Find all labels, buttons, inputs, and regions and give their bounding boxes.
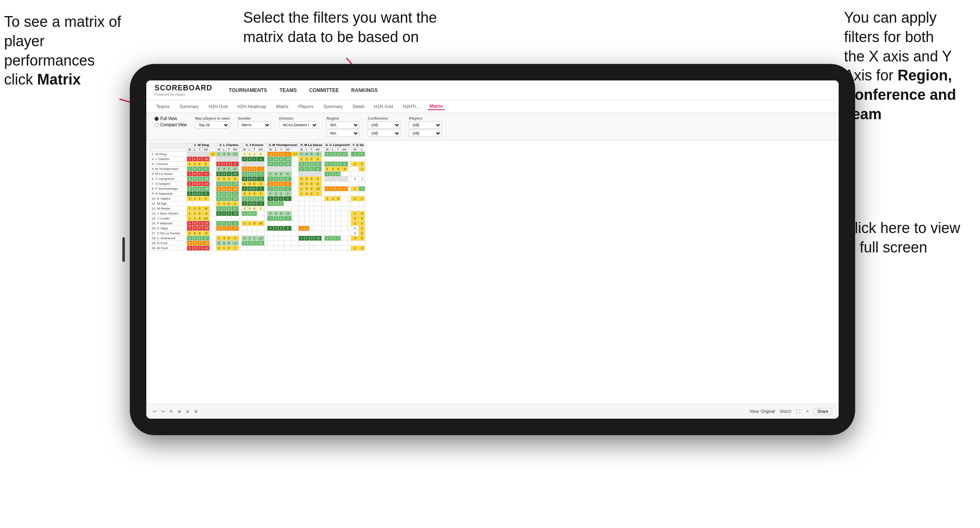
cell: 0 (335, 162, 340, 167)
max-players-label: Max players in view (195, 116, 230, 120)
cell (331, 211, 335, 216)
nav-teams[interactable]: TEAMS (279, 87, 297, 93)
cell (348, 182, 351, 186)
nav-tournaments[interactable]: TOURNAMENTS (229, 87, 267, 93)
cell (239, 236, 242, 241)
cell (239, 201, 242, 206)
cell (335, 231, 340, 236)
full-view-radio[interactable] (155, 117, 159, 121)
row-label-5: 5. M La Sasso (150, 172, 187, 177)
cell: 0 (351, 177, 359, 182)
cell (274, 246, 279, 251)
compact-view-option[interactable]: Compact View (155, 123, 187, 127)
max-players-select[interactable]: Top 25 (195, 121, 230, 129)
gender-label: Gender (238, 116, 271, 120)
cell (331, 231, 335, 236)
sh-4-dif: Dif (284, 148, 292, 152)
cell: 1 (274, 191, 279, 196)
cell (267, 206, 274, 211)
subnav-matrix-1[interactable]: Matrix (274, 103, 290, 110)
cell (359, 172, 365, 177)
cell (239, 226, 242, 231)
refresh-icon[interactable]: ⟳ (169, 409, 173, 414)
cell (210, 226, 216, 231)
subnav-teams[interactable]: Teams (155, 103, 171, 110)
cell (351, 157, 359, 162)
cell: 1 (314, 191, 322, 196)
conference-select-1[interactable]: (All) (368, 121, 401, 129)
cell: 0 (274, 186, 279, 191)
region-select-2[interactable]: N/A (326, 130, 359, 137)
gender-select[interactable]: Men's (238, 121, 271, 129)
cell (348, 206, 351, 211)
region-select-1[interactable]: N/A (326, 121, 359, 129)
compact-view-radio[interactable] (155, 123, 159, 127)
cell (305, 241, 309, 246)
row-label-14: 14. J Lundin (150, 216, 187, 221)
full-view-option[interactable]: Full View (155, 116, 187, 121)
redo-icon[interactable]: ↪ (161, 409, 164, 414)
matrix-area[interactable]: 1. W Ding 2. L Clanton 3. J Koivun 4. M … (146, 141, 839, 389)
cell (335, 201, 340, 206)
cell: 1 (309, 167, 314, 172)
cell (324, 191, 331, 196)
table-row: 11. M Ege 0 1 0 1 1 0 0 4 (150, 201, 365, 206)
sh-4-w: W (267, 148, 274, 152)
sh-3-dif: Dif (257, 148, 265, 152)
cell: -16 (202, 177, 210, 182)
subnav-h2h-grid[interactable]: H2H Grid (207, 103, 229, 110)
zoom-in-icon[interactable]: ⊕ (178, 409, 181, 414)
sh-5-t: T (309, 148, 314, 152)
cell: 1 (222, 191, 226, 196)
row-label-13: 13. J Skov Olesen (150, 211, 187, 216)
cell (314, 221, 322, 226)
cell (321, 157, 324, 162)
cell (335, 191, 340, 196)
cell: 0 (335, 196, 340, 201)
cell: 3 (242, 177, 248, 182)
watch-button[interactable]: Watch (780, 409, 791, 414)
cell: 4 (222, 172, 226, 177)
cell (242, 226, 248, 231)
cell (348, 196, 351, 201)
subnav-h2h-heatmap[interactable]: H2H Heatmap (236, 103, 268, 110)
zoom-out-icon[interactable]: ⊖ (186, 409, 189, 414)
filter-region: Region N/A N/A (326, 116, 359, 137)
conference-select-2[interactable]: (All) (368, 130, 401, 137)
subnav-summary-2[interactable]: Summary (322, 103, 345, 110)
cell (247, 226, 252, 231)
col-header-5: 5. M La Sasso (299, 143, 324, 148)
table-row: 7. G Sargent 2 0 0 -15 2 2 0 -15 1 0 0 (150, 182, 365, 186)
cell: 0 (227, 211, 231, 216)
cell (348, 221, 351, 226)
share-button[interactable]: Share (814, 408, 832, 415)
undo-icon[interactable]: ↩ (153, 409, 156, 414)
cell: 3 (359, 211, 365, 216)
players-select-1[interactable]: (All) (409, 121, 442, 129)
subnav-players[interactable]: Players (297, 103, 315, 110)
subnav-summary[interactable]: Summary (178, 103, 200, 110)
subnav-detail[interactable]: Detail (351, 103, 366, 110)
fullscreen-icon[interactable]: ⛶ (796, 409, 800, 414)
cell (265, 246, 267, 251)
nav-rankings[interactable]: RANKINGS (351, 87, 377, 93)
subnav-h2htr[interactable]: H2HTr... (401, 103, 422, 110)
cell (324, 206, 331, 211)
cell: 1 (324, 186, 331, 191)
cell: 1 (187, 191, 193, 196)
nav-committee[interactable]: COMMITTEE (309, 87, 339, 93)
subnav-h2h-grid-2[interactable]: H2H Grid (373, 103, 395, 110)
cell (292, 157, 299, 162)
cell (348, 152, 351, 157)
cell: 6 (279, 172, 284, 177)
settings-icon[interactable]: ⚙ (194, 409, 198, 414)
cell: 2 (359, 231, 365, 236)
cell (265, 236, 267, 241)
subnav-matrix-active[interactable]: Matrix (428, 103, 444, 110)
row-label-15: 15. P Maichon (150, 221, 187, 226)
share-icon[interactable]: ↗ (805, 409, 809, 414)
cell: 2 (216, 172, 222, 177)
division-select[interactable]: NCAA Division I (279, 121, 318, 129)
players-select-2[interactable]: (All) (409, 130, 442, 137)
cell (292, 172, 299, 177)
